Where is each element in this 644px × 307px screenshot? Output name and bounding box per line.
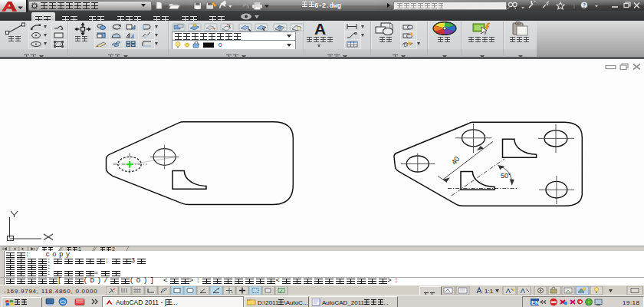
- svg-text:40: 40: [449, 154, 461, 166]
- svg-text:?: ?: [583, 2, 586, 9]
- svg-text:1:1: 1:1: [485, 288, 494, 295]
- svg-text:EN: EN: [531, 299, 539, 306]
- svg-text:50°: 50°: [501, 172, 511, 180]
